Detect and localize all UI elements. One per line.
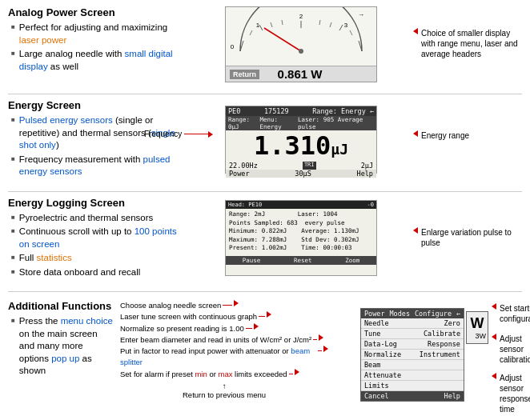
analog-bullets: Perfect for adjusting and maximizing las… xyxy=(8,22,186,73)
energy-range-annot: Energy range xyxy=(413,130,522,141)
svg-line-5 xyxy=(259,25,263,30)
energy-header: PE0 175129 Range: Energy ← xyxy=(226,106,376,116)
logging-arrow xyxy=(413,227,418,234)
svg-point-16 xyxy=(299,49,303,54)
logging-screen: Head: PE10 -0 Range: 2mJ Laser: 1004 Poi… xyxy=(225,200,377,276)
energy-range-arrow xyxy=(413,130,418,137)
additional-center: Choose analog needle screen Laser tune s… xyxy=(120,300,328,420)
analog-annot-row: Choice of smaller display with range men… xyxy=(413,28,522,59)
menu-item-beam[interactable]: Beam xyxy=(361,360,464,370)
right-annot-2: Adjust sensor calibration xyxy=(492,334,530,365)
logging-annot-row: Enlarge variation pulse to pulse xyxy=(413,227,522,248)
menu-item-limits[interactable]: Limits xyxy=(361,381,464,391)
divider-3 xyxy=(8,291,522,292)
svg-line-13 xyxy=(330,22,331,27)
menu-item-attenuate[interactable]: Attenuate xyxy=(361,370,464,381)
svg-text:0: 0 xyxy=(231,43,235,50)
energy-screen: PE0 175129 Range: Energy ← Range: 0µJ Me… xyxy=(225,106,377,174)
menu-item-normalize[interactable]: NormalizeInstrument xyxy=(361,350,464,360)
energy-screen-container: Frequency PE0 175129 Range: Energy ← Ran… xyxy=(192,99,410,180)
logging-footer: Pause Reset Zoom xyxy=(226,256,376,265)
gauge-svg: 0 1 2 3 xyxy=(226,7,376,55)
svg-text:→: → xyxy=(358,11,364,18)
analog-annotation: Choice of smaller display with range men… xyxy=(410,6,522,82)
menu-item-datalog[interactable]: Data-LogResponse xyxy=(361,339,464,350)
analog-digital-readout: Return 0.861 W xyxy=(226,66,376,82)
freq-arrow xyxy=(208,131,213,138)
svg-line-14 xyxy=(350,30,352,35)
energy-bullet-2: Frequency measurement with pulsed energy… xyxy=(11,154,186,178)
return-prev-menu: ↑ Return to previous menu xyxy=(120,382,328,399)
logging-annot-text: Enlarge variation pulse to pulse xyxy=(421,227,522,248)
analog-bullet-1: Perfect for adjusting and maximizing las… xyxy=(11,22,186,46)
svg-line-12 xyxy=(319,20,320,25)
additional-title: Additional Functions xyxy=(8,300,115,312)
return-button[interactable]: Return xyxy=(230,70,259,79)
analog-screen: 0 1 2 3 xyxy=(225,6,377,82)
analog-screen-container: 0 1 2 3 xyxy=(192,6,410,82)
svg-line-15 xyxy=(264,28,301,51)
energy-description: Energy Screen Pulsed energy sensors (sin… xyxy=(8,99,192,180)
analog-description: Analog Power Screen Perfect for adjustin… xyxy=(8,6,192,82)
logging-bullets: Pyroelectric and thermal sensors Continu… xyxy=(8,212,186,279)
logging-bullet-3: Full statistics xyxy=(11,252,186,265)
svg-text:2: 2 xyxy=(299,13,303,20)
logging-bullet-4: Store data onboard and recall xyxy=(11,266,186,279)
watt-display: W 3W xyxy=(466,311,488,344)
logging-section: Energy Logging Screen Pyroelectric and t… xyxy=(8,197,522,281)
right-annot-3: Adjust sensor response time xyxy=(492,373,530,414)
logging-bullet-1: Pyroelectric and thermal sensors xyxy=(11,212,186,225)
logging-bullet-2: Continuous scroll with up to 100 points … xyxy=(11,226,186,250)
additional-bullets: Press the menu choice on the main screen… xyxy=(8,315,115,378)
menu-footer: Cancel Help xyxy=(361,391,464,401)
energy-bullets: Pulsed energy sensors (single or repetit… xyxy=(8,114,186,178)
analog-title: Analog Power Screen xyxy=(8,6,186,18)
additional-bullet-1: Press the menu choice on the main screen… xyxy=(11,315,115,378)
logging-title: Energy Logging Screen xyxy=(8,197,186,209)
menu-item-needle[interactable]: NeedleZero xyxy=(361,318,464,329)
analog-arrow-left xyxy=(413,28,418,34)
energy-section: Energy Screen Pulsed energy sensors (sin… xyxy=(8,99,522,180)
page: Analog Power Screen Perfect for adjustin… xyxy=(0,0,530,420)
analog-section: Analog Power Screen Perfect for adjustin… xyxy=(8,6,522,82)
svg-line-7 xyxy=(339,25,343,30)
energy-annotations: Energy range xyxy=(410,99,522,180)
logging-body: Range: 2mJ Laser: 1004 Points Sampled: 6… xyxy=(226,209,376,254)
svg-line-10 xyxy=(271,22,272,27)
analog-annot-text: Choice of smaller display with range men… xyxy=(421,28,522,59)
analog-bullet-2: Large analog needle with small digital d… xyxy=(11,48,186,73)
logging-header: Head: PE10 -0 xyxy=(226,201,376,209)
menu-item-tune[interactable]: TuneCalibrate xyxy=(361,329,464,339)
menu-and-right: Power Modes Configure ← NeedleZero TuneC… xyxy=(328,300,464,420)
energy-value: 1.310µJ xyxy=(226,130,376,162)
right-annot-1: Set startup configuration xyxy=(492,303,530,324)
logging-description: Energy Logging Screen Pyroelectric and t… xyxy=(8,197,192,281)
additional-section: Additional Functions Press the menu choi… xyxy=(8,300,522,420)
additional-description: Additional Functions Press the menu choi… xyxy=(8,300,120,420)
svg-line-11 xyxy=(282,20,283,25)
freq-annotation: Frequency xyxy=(144,130,213,138)
energy-range-text: Energy range xyxy=(421,130,469,141)
svg-text:3: 3 xyxy=(344,22,348,29)
energy-subheader: Range: 0µJ Menu: Energy Laser: 905 Avera… xyxy=(226,116,376,130)
logging-screen-container: Head: PE10 -0 Range: 2mJ Laser: 1004 Poi… xyxy=(192,197,410,281)
divider-2 xyxy=(8,191,522,192)
svg-line-9 xyxy=(250,30,252,35)
menu-header: Power Modes Configure ← xyxy=(361,309,464,318)
divider-1 xyxy=(8,94,522,94)
energy-title: Energy Screen xyxy=(8,99,186,111)
power-modes-menu: Power Modes Configure ← NeedleZero TuneC… xyxy=(360,308,464,402)
analog-value: 0.861 W xyxy=(278,67,323,81)
logging-annotation: Enlarge variation pulse to pulse xyxy=(410,197,522,281)
energy-freq-row: 22.00Hz TRI 2µJ xyxy=(226,162,376,170)
energy-footer: Power 30µS Help xyxy=(226,170,376,178)
center-annotations: Choose analog needle screen Laser tune s… xyxy=(120,300,328,380)
